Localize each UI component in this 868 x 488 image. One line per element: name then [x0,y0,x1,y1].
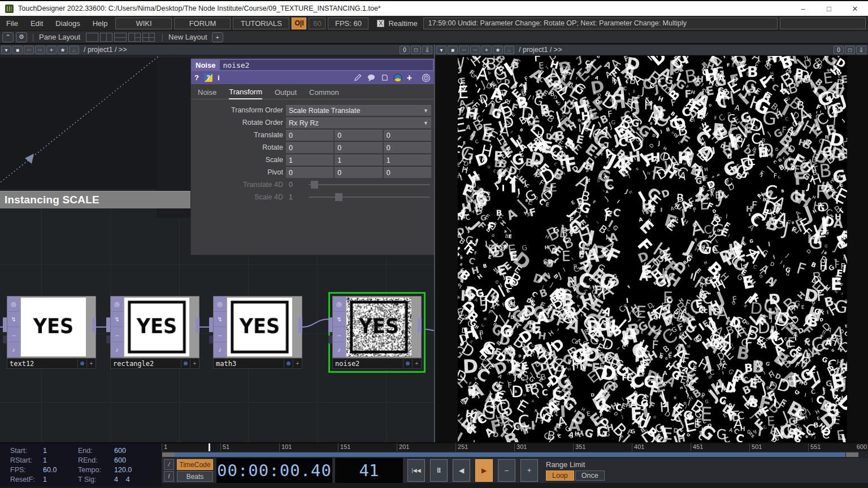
param-slider[interactable] [309,184,430,185]
input-connector[interactable] [106,317,110,332]
home-icon[interactable]: ⌂ [504,46,514,54]
pane-type-icon[interactable]: ■ [12,46,23,54]
param-dropdown[interactable]: Rx Ry Rz▼ [286,117,431,128]
maximize-pane-icon[interactable]: □ [411,46,421,54]
input-connector-2[interactable] [106,336,110,343]
add-layout-button[interactable]: + [212,32,223,42]
render-flag-icon[interactable]: ↯ [111,312,123,327]
realtime-checkbox[interactable]: X [377,20,384,27]
anchor-icon[interactable]: ⚙ [16,32,27,42]
node-expand-button[interactable]: + [293,359,302,368]
help-icon[interactable]: ? [194,73,199,82]
param-field[interactable]: 1 [286,155,333,165]
render-flag-icon[interactable]: ↯ [7,312,20,327]
beats-mode-button[interactable]: Beats [177,471,213,482]
star-icon[interactable]: ★ [58,46,68,54]
input-connector[interactable] [3,317,7,332]
node-color-dot[interactable] [403,359,412,368]
breadcrumb[interactable]: / project1 / >> [519,46,832,54]
node-rectangle2[interactable]: ◎↯→♪rectangle2+ [110,296,199,369]
menu-file[interactable]: File [0,19,24,28]
node-color-dot[interactable] [284,359,293,368]
expand-window-icon[interactable]: ⌃ [2,32,14,42]
param-field[interactable]: 1 [384,155,431,165]
minimize-button[interactable]: – [790,1,816,16]
cook-flag-icon[interactable]: ♪ [214,342,226,358]
param-field[interactable]: 0 [335,167,382,178]
bypass-flag-icon[interactable]: → [111,327,123,342]
layout-grid-button[interactable] [142,33,155,42]
param-dropdown[interactable]: Scale Rotate Translate▼ [286,105,431,116]
render-flag-icon[interactable]: ↯ [333,312,345,327]
pencil-icon[interactable] [354,73,362,82]
timeslice-button[interactable]: / [164,459,174,470]
node-expand-button[interactable]: + [190,359,199,368]
info-icon[interactable]: i [218,73,220,82]
oi-toggle[interactable]: O|I [292,18,306,29]
play-reverse-button[interactable]: ◀ [453,459,470,482]
back-icon[interactable]: ⇦ [459,46,469,54]
timecode-mode-button[interactable]: TimeCode [177,459,213,470]
input-connector[interactable] [209,317,213,332]
output-connector[interactable] [418,318,422,333]
breadcrumb[interactable]: / project1 / >> [84,46,398,54]
wiki-button[interactable]: WIKI [115,18,172,29]
input-connector-2[interactable] [209,336,213,343]
param-field[interactable]: 0 [335,142,382,153]
forward-icon[interactable]: ⇨ [470,46,480,54]
forum-button[interactable]: FORUM [174,18,231,29]
once-button[interactable]: Once [575,470,605,481]
tab-transform[interactable]: Transform [229,88,262,99]
node-math3[interactable]: ◎↯→♪math3+ [213,296,302,369]
plus-icon[interactable]: + [46,46,57,54]
cook-flag-icon[interactable]: ♪ [333,342,345,358]
pane-menu-icon[interactable]: ▾ [1,46,11,54]
python-icon[interactable] [393,73,402,82]
param-field[interactable]: 0 [384,142,431,153]
param-field[interactable]: 1 [335,155,382,165]
copy-icon[interactable] [380,73,389,82]
timeline-rangebar[interactable] [162,451,868,458]
top-viewer[interactable] [435,55,868,442]
viewer-flag-icon[interactable]: ◎ [7,297,20,312]
input-connector[interactable] [328,317,332,332]
node-expand-button[interactable]: + [412,359,421,368]
collapse-pane-icon[interactable]: ⇩ [422,46,432,54]
network-editor[interactable]: Instancing SCALE ◎↯→♪text12+◎↯→♪rectangl… [0,55,434,442]
viewer-flag-icon[interactable]: ◎ [333,297,345,312]
pause-button[interactable]: II [430,459,448,482]
skip-to-start-button[interactable]: |◀◀ [407,459,425,482]
python-help-icon[interactable]: ? [204,73,212,82]
pane-zoom-value[interactable]: 0 [400,46,410,54]
slider-handle[interactable] [311,181,318,189]
cook-flag-icon[interactable]: ♪ [111,342,123,358]
layout-mixed-button[interactable] [128,33,141,42]
operator-name-field[interactable]: noise2 [220,60,433,70]
param-field[interactable]: 0 [286,167,333,178]
tab-noise[interactable]: Noise [198,88,216,99]
maximize-button[interactable]: □ [816,1,842,16]
node-name-label[interactable]: text12 [7,360,77,368]
param-field[interactable]: 0 [384,130,431,141]
plus-icon[interactable]: + [407,73,412,83]
loop-button[interactable]: Loop [546,470,574,481]
independent-button[interactable]: I [164,471,174,482]
step-forward-button[interactable]: + [520,459,538,482]
node-color-dot[interactable] [181,359,190,368]
step-back-button[interactable]: – [498,459,515,482]
playhead[interactable] [209,443,210,451]
param-field[interactable]: 0 [384,167,431,178]
close-button[interactable]: ✕ [842,1,868,16]
pane-type-icon[interactable]: ■ [448,46,458,54]
pane-menu-icon[interactable]: ▾ [436,46,446,54]
collapse-pane-icon[interactable]: ⇩ [856,46,866,54]
pane-zoom-value[interactable]: 0 [834,46,844,54]
bypass-flag-icon[interactable]: → [333,327,345,342]
comment-icon[interactable] [367,73,376,82]
viewer-flag-icon[interactable]: ◎ [111,297,123,312]
layout-hsplit-button[interactable] [114,33,127,42]
input-connector-2[interactable] [328,336,332,343]
tab-output[interactable]: Output [275,88,297,99]
range-end-handle[interactable] [846,452,858,457]
param-field[interactable]: 0 [335,130,382,141]
